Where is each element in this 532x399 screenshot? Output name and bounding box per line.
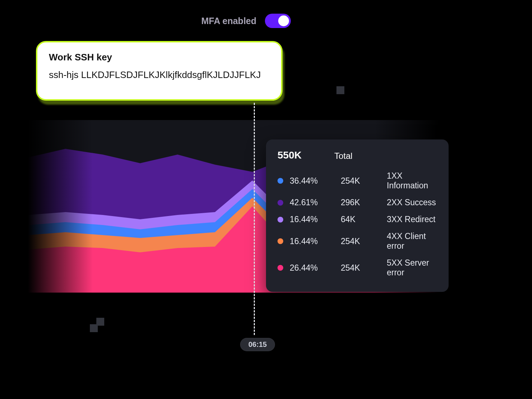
tooltip-row: 16.44%254K4XX Client error	[278, 228, 437, 254]
chart-fade-left	[28, 120, 93, 293]
ssh-key-card[interactable]: Work SSH key ssh-hjs LLKDJFLSDJFLKJKlkjf…	[36, 41, 283, 101]
tooltip-label: 3XX Redirect	[387, 215, 437, 224]
legend-dot	[278, 200, 283, 206]
legend-dot	[278, 217, 283, 223]
tooltip-pct: 42.61%	[290, 198, 336, 207]
tooltip-pct: 26.44%	[290, 263, 336, 273]
mfa-label: MFA enabled	[201, 16, 256, 26]
tooltip-val: 254K	[341, 237, 382, 246]
legend-dot	[278, 238, 283, 244]
ssh-key-title: Work SSH key	[49, 52, 270, 63]
mfa-toggle-row: MFA enabled	[201, 14, 291, 28]
tooltip-pct: 16.44%	[290, 215, 336, 224]
mfa-toggle[interactable]	[265, 14, 291, 28]
chart-tooltip: 550K Total 36.44%254K1XX Information42.6…	[266, 139, 449, 292]
tooltip-total-label: Total	[334, 151, 375, 161]
tooltip-val: 64K	[341, 215, 382, 224]
legend-dot	[278, 178, 283, 184]
cursor-time-badge: 06:15	[240, 338, 275, 351]
tooltip-row: 26.44%254K5XX Server error	[278, 254, 437, 281]
tooltip-total-value: 550K	[278, 150, 334, 161]
toggle-knob	[278, 15, 289, 26]
tooltip-val: 254K	[341, 263, 382, 273]
tooltip-label: 5XX Server error	[387, 258, 437, 278]
decorative-pixel	[336, 86, 344, 94]
chart-cursor-line	[254, 103, 255, 335]
tooltip-label: 2XX Success	[387, 198, 437, 207]
tooltip-row: 16.44%64K3XX Redirect	[278, 211, 437, 228]
ssh-key-value: ssh-hjs LLKDJFLSDJFLKJKlkjfkddsgflKJLDJJ…	[49, 69, 270, 81]
tooltip-val: 254K	[341, 176, 382, 186]
tooltip-pct: 36.44%	[290, 176, 336, 186]
tooltip-pct: 16.44%	[290, 237, 336, 246]
tooltip-label: 4XX Client error	[387, 231, 437, 251]
tooltip-row: 42.61%296K2XX Success	[278, 194, 437, 211]
tooltip-row: 36.44%254K1XX Information	[278, 168, 437, 194]
legend-dot	[278, 265, 283, 271]
tooltip-val: 296K	[341, 198, 382, 207]
tooltip-label: 1XX Information	[387, 171, 437, 191]
decorative-pixel	[90, 324, 98, 332]
